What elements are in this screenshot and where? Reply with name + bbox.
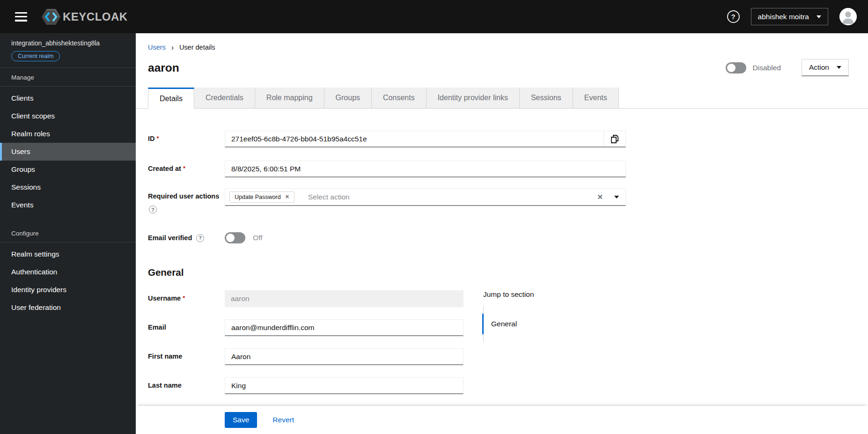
realm-block: integration_abhishektesting8la Current r… (0, 33, 136, 67)
created-at-row: Created at* 8/8/2025, 6:00:51 PM (148, 161, 868, 177)
hamburger-menu-icon[interactable] (15, 12, 27, 22)
sidebar-item-authentication[interactable]: Authentication (0, 263, 136, 281)
page-header: aaron Disabled Action (136, 59, 868, 76)
keycloak-logo-icon (41, 8, 61, 25)
id-label: ID* (148, 131, 225, 142)
save-button[interactable]: Save (225, 412, 257, 428)
tab-groups[interactable]: Groups (324, 88, 372, 109)
tab-bar-trail (619, 88, 868, 109)
tab-events[interactable]: Events (573, 88, 619, 109)
enabled-toggle[interactable] (726, 62, 746, 74)
avatar[interactable] (839, 8, 857, 25)
chevron-down-icon (817, 15, 821, 18)
sidebar: integration_abhishektesting8la Current r… (0, 33, 136, 434)
breadcrumb-current: User details (179, 44, 215, 51)
sidebar-item-users[interactable]: Users (0, 143, 136, 161)
current-realm-badge[interactable]: Current realm (11, 51, 60, 61)
update-password-chip: Update Password ✕ (229, 191, 294, 203)
tab-bar-lead (136, 88, 148, 109)
sidebar-section-manage: Manage (0, 68, 136, 86)
select-action-placeholder: Select action (308, 193, 350, 201)
keycloak-admin-console: KEYCLOAK ? abhishek moitra integration_a… (0, 0, 868, 434)
sidebar-item-client-scopes[interactable]: Client scopes (0, 107, 136, 125)
jump-to-section: Jump to section General (483, 290, 534, 423)
clear-selection-icon[interactable]: ✕ (597, 193, 603, 201)
general-form: Username* aaron Email aaron@munderdiffli… (148, 290, 463, 423)
general-section-heading: General (148, 267, 868, 278)
realm-name: integration_abhishektesting8la (11, 39, 125, 47)
main-content: Users › User details aaron Disabled Acti… (136, 33, 868, 434)
id-field-row: ID* 271eef05-6c8b-4726-bb04-51b95a4cc51e (148, 131, 868, 147)
copy-icon[interactable] (603, 131, 625, 147)
required-marker: * (183, 294, 185, 302)
required-user-actions-row: Required user actions ? Update Password … (148, 188, 868, 213)
id-value: 271eef05-6c8b-4726-bb04-51b95a4cc51e (225, 135, 603, 143)
created-at-label: Created at* (148, 161, 225, 172)
breadcrumb-users-link[interactable]: Users (148, 44, 166, 51)
sidebar-item-realm-roles[interactable]: Realm roles (0, 125, 136, 143)
email-row: Email aaron@munderdifflin.com (148, 319, 463, 336)
chevron-down-icon[interactable] (614, 196, 619, 199)
tab-identity-provider-links[interactable]: Identity provider links (427, 88, 520, 109)
first-name-row: First name Aaron (148, 348, 463, 365)
topbar-right: ? abhishek moitra (727, 8, 857, 25)
brand-name: KEYCLOAK (63, 10, 128, 23)
chip-close-icon[interactable]: ✕ (285, 194, 289, 200)
revert-button[interactable]: Revert (272, 416, 294, 424)
email-input[interactable]: aaron@munderdifflin.com (225, 319, 463, 336)
email-verified-label: Email verified ? (148, 234, 225, 242)
configure-nav: Realm settings Authentication Identity p… (0, 243, 136, 317)
keycloak-logo: KEYCLOAK (41, 8, 128, 25)
created-at-input[interactable]: 8/8/2025, 6:00:51 PM (225, 161, 626, 177)
email-verified-toggle[interactable] (225, 232, 245, 243)
created-at-value: 8/8/2025, 6:00:51 PM (225, 165, 625, 173)
page-title: aaron (148, 61, 179, 74)
tab-role-mapping[interactable]: Role mapping (255, 88, 324, 109)
jump-nav: General (483, 306, 534, 342)
required-user-actions-select[interactable]: Update Password ✕ Select action ✕ (225, 188, 626, 206)
topbar: KEYCLOAK ? abhishek moitra (0, 0, 868, 33)
user-menu-label: abhishek moitra (758, 13, 809, 21)
general-section: Username* aaron Email aaron@munderdiffli… (136, 290, 868, 423)
breadcrumb: Users › User details (136, 33, 868, 51)
sidebar-item-user-federation[interactable]: User federation (0, 299, 136, 316)
sidebar-item-groups[interactable]: Groups (0, 161, 136, 178)
help-icon[interactable]: ? (149, 206, 157, 213)
form-actions-footer: Save Revert (136, 406, 868, 434)
username-input: aaron (225, 290, 463, 307)
tab-details[interactable]: Details (148, 88, 194, 109)
user-menu-dropdown[interactable]: abhishek moitra (751, 8, 828, 25)
tab-bar: Details Credentials Role mapping Groups … (136, 88, 868, 109)
help-icon[interactable]: ? (727, 10, 740, 23)
action-dropdown-label: Action (809, 63, 829, 72)
username-row: Username* aaron (148, 290, 463, 307)
tab-credentials[interactable]: Credentials (194, 88, 255, 109)
last-name-row: Last name King (148, 377, 463, 394)
manage-nav: Clients Client scopes Realm roles Users … (0, 87, 136, 215)
chevron-down-icon (837, 66, 841, 69)
first-name-label: First name (148, 348, 225, 360)
breadcrumb-chevron-icon: › (171, 43, 174, 52)
tab-sessions[interactable]: Sessions (520, 88, 573, 109)
username-label: Username* (148, 290, 225, 302)
email-verified-state: Off (253, 234, 262, 242)
jump-to-section-heading: Jump to section (483, 290, 534, 299)
tab-consents[interactable]: Consents (372, 88, 427, 109)
help-icon[interactable]: ? (196, 234, 204, 242)
sidebar-section-configure: Configure (0, 224, 136, 242)
email-verified-row: Email verified ? Off (148, 232, 868, 243)
id-input[interactable]: 271eef05-6c8b-4726-bb04-51b95a4cc51e (225, 131, 626, 147)
sidebar-item-realm-settings[interactable]: Realm settings (0, 245, 136, 263)
sidebar-item-events[interactable]: Events (0, 196, 136, 214)
sidebar-item-identity-providers[interactable]: Identity providers (0, 281, 136, 299)
required-user-actions-label: Required user actions ? (148, 188, 225, 213)
action-dropdown[interactable]: Action (802, 59, 849, 76)
chip-label: Update Password (235, 194, 281, 200)
last-name-input[interactable]: King (225, 377, 463, 394)
jump-item-general[interactable]: General (484, 314, 534, 334)
sidebar-item-clients[interactable]: Clients (0, 89, 136, 107)
first-name-input[interactable]: Aaron (225, 348, 463, 365)
sidebar-item-sessions[interactable]: Sessions (0, 178, 136, 196)
required-marker: * (183, 165, 185, 172)
email-label: Email (148, 319, 225, 331)
